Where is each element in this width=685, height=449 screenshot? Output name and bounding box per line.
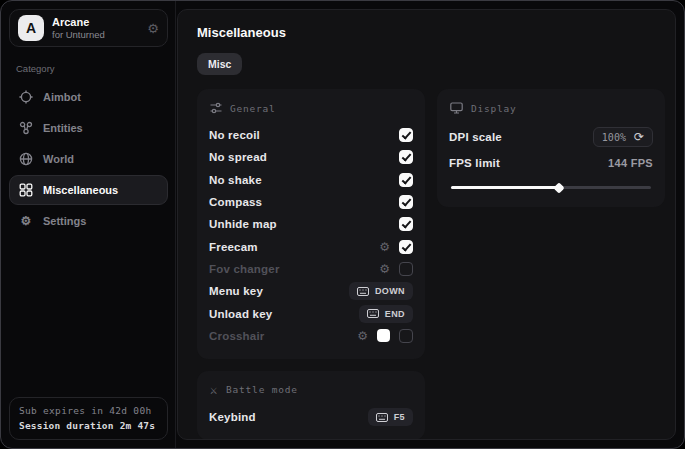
sidebar-nav: Aimbot Entities World Miscellaneous: [9, 82, 168, 236]
logo-text: Arcane for Unturned: [52, 16, 105, 40]
freecam-checkbox[interactable]: [399, 240, 413, 254]
grid-icon: [19, 183, 33, 197]
logo-card: A Arcane for Unturned ⚙: [9, 9, 168, 47]
keyboard-icon: [367, 309, 379, 318]
subscription-status-card: Sub expires in 42d 00h Session duration …: [9, 397, 168, 440]
key-label: END: [385, 309, 405, 319]
battle-mode-card-title: Battle mode: [226, 384, 298, 395]
setting-row-menu-key: Menu key DOWN: [209, 280, 413, 302]
setting-row-crosshair: Crosshair ⚙: [209, 325, 413, 347]
swords-icon: ⚔: [210, 384, 218, 396]
no-spread-checkbox[interactable]: [399, 150, 413, 164]
gear-icon[interactable]: ⚙: [379, 241, 390, 253]
setting-row-no-recoil: No recoil: [209, 124, 413, 146]
session-duration-text: Session duration 2m 47s: [19, 420, 158, 431]
general-card-title: General: [230, 103, 276, 114]
app-window: A Arcane for Unturned ⚙ Category Aimbot …: [0, 0, 685, 449]
sidebar-item-label: Settings: [43, 215, 86, 227]
main-panel: Miscellaneous Misc General No recoil: [177, 9, 676, 440]
unhide-map-checkbox[interactable]: [399, 217, 413, 231]
general-card-header: General: [210, 102, 413, 114]
setting-row-unload-key: Unload key END: [209, 302, 413, 324]
battle-keybind[interactable]: F5: [368, 408, 413, 426]
setting-row-compass: Compass: [209, 191, 413, 213]
menu-key-binding[interactable]: DOWN: [349, 282, 413, 300]
no-recoil-checkbox[interactable]: [399, 128, 413, 142]
crosshair-icon: [19, 90, 33, 104]
sub-expires-text: Sub expires in 42d 00h: [19, 405, 158, 416]
app-subtitle: for Unturned: [52, 29, 105, 40]
sidebar-item-world[interactable]: World: [9, 144, 168, 174]
dpi-scale-control: 100% ⟳: [593, 127, 653, 147]
app-logo: A: [18, 15, 44, 41]
setting-row-keybind: Keybind F5: [209, 406, 413, 428]
setting-row-no-shake: No shake: [209, 169, 413, 191]
no-shake-checkbox[interactable]: [399, 173, 413, 187]
gear-icon[interactable]: ⚙: [147, 22, 159, 35]
setting-row-no-spread: No spread: [209, 146, 413, 168]
monitor-icon: [450, 102, 463, 114]
sidebar-item-aimbot[interactable]: Aimbot: [9, 82, 168, 112]
fov-changer-checkbox[interactable]: [399, 262, 413, 276]
sidebar: A Arcane for Unturned ⚙ Category Aimbot …: [1, 1, 176, 448]
setting-row-fov-changer: Fov changer ⚙: [209, 258, 413, 280]
general-card: General No recoil No spread No shake: [197, 89, 425, 359]
globe-icon: [19, 152, 33, 166]
gear-icon[interactable]: ⚙: [379, 263, 390, 275]
setting-row-fps-limit: FPS limit 144 FPS: [449, 150, 653, 176]
slider-thumb[interactable]: [553, 182, 564, 193]
page-title: Miscellaneous: [197, 25, 665, 40]
sidebar-item-label: Aimbot: [43, 91, 81, 103]
slider-fill: [451, 186, 559, 189]
sidebar-item-label: Miscellaneous: [43, 184, 118, 196]
tab-misc[interactable]: Misc: [197, 53, 242, 75]
gear-icon: ⚙: [19, 214, 33, 228]
keyboard-icon: [376, 413, 388, 422]
sidebar-item-entities[interactable]: Entities: [9, 113, 168, 143]
app-title: Arcane: [52, 16, 105, 28]
crosshair-color-swatch[interactable]: [377, 329, 390, 342]
tab-bar: Misc: [197, 53, 665, 75]
compass-checkbox[interactable]: [399, 195, 413, 209]
entities-icon: [19, 121, 33, 135]
right-column: Display DPI scale 100% ⟳ FPS limit 144 F…: [437, 89, 665, 207]
battle-mode-card: ⚔ Battle mode Keybind F5: [197, 371, 425, 440]
left-column: General No recoil No spread No shake: [197, 89, 425, 440]
setting-row-unhide-map: Unhide map: [209, 213, 413, 235]
sidebar-item-miscellaneous[interactable]: Miscellaneous: [9, 175, 168, 205]
display-card: Display DPI scale 100% ⟳ FPS limit 144 F…: [437, 89, 665, 207]
sidebar-item-settings[interactable]: ⚙ Settings: [9, 206, 168, 236]
fps-limit-slider[interactable]: [451, 186, 651, 189]
unload-key-binding[interactable]: END: [359, 305, 413, 323]
key-label: DOWN: [375, 286, 405, 296]
fps-limit-value: 144 FPS: [608, 157, 653, 169]
key-label: F5: [394, 412, 405, 422]
gear-icon[interactable]: ⚙: [357, 330, 368, 342]
display-card-header: Display: [450, 102, 653, 114]
sidebar-item-label: Entities: [43, 122, 83, 134]
keyboard-icon: [357, 287, 369, 296]
display-card-title: Display: [471, 103, 517, 114]
category-label: Category: [16, 63, 161, 74]
sidebar-item-label: World: [43, 153, 74, 165]
dpi-scale-value: 100%: [602, 132, 626, 143]
setting-row-freecam: Freecam ⚙: [209, 235, 413, 257]
sliders-icon: [210, 102, 222, 114]
setting-row-dpi-scale: DPI scale 100% ⟳: [449, 124, 653, 150]
crosshair-checkbox[interactable]: [399, 329, 413, 343]
battle-mode-card-header: ⚔ Battle mode: [210, 384, 413, 396]
reset-icon[interactable]: ⟳: [634, 131, 644, 143]
